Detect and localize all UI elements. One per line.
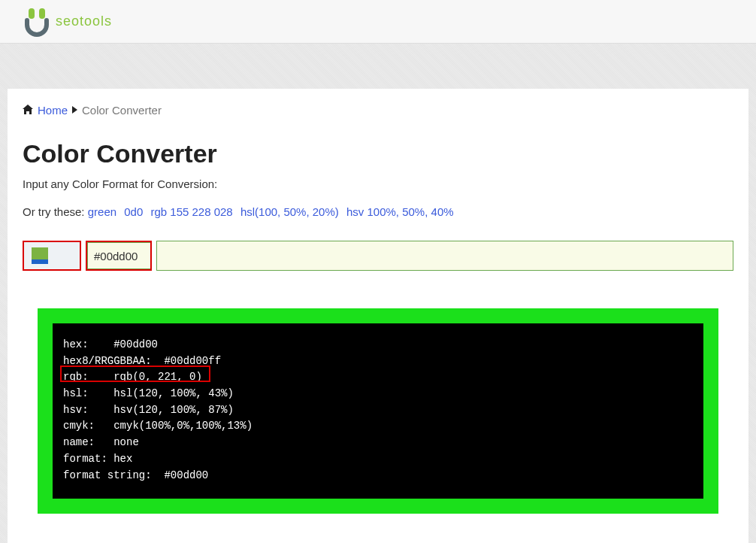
result-format: format: hex (63, 451, 693, 468)
try-example-hsl[interactable]: hsl(100, 50%, 20%) (240, 205, 339, 218)
page-title: Color Converter (23, 139, 733, 168)
color-swatch-preview (32, 247, 48, 264)
try-example-0d0[interactable]: 0d0 (124, 205, 143, 218)
result-rgb: rgb: rgb(0, 221, 0) (63, 369, 693, 386)
result-terminal: hex: #00dd00hex8/RRGGBBAA: #00dd00ffrgb:… (53, 323, 703, 499)
try-example-rgb[interactable]: rgb 155 228 028 (150, 205, 232, 218)
breadcrumb: Home Color Converter (23, 104, 733, 117)
top-bar: seotools (0, 0, 756, 44)
breadcrumb-current: Color Converter (82, 104, 162, 117)
result-hsl: hsl: hsl(120, 100%, 43%) (63, 386, 693, 402)
try-label: Or try these: (23, 205, 88, 218)
subheading: Input any Color Format for Conversion: (23, 177, 733, 190)
color-input-extension[interactable] (156, 241, 733, 271)
input-row (23, 241, 733, 271)
try-example-hsv[interactable]: hsv 100%, 50%, 40% (346, 205, 454, 218)
try-examples-line: Or try these: green 0d0 rgb 155 228 028 … (23, 205, 733, 218)
main-card: Home Color Converter Color Converter Inp… (8, 89, 748, 543)
svg-rect-0 (29, 8, 35, 19)
result-hex: hex: #00dd00 (63, 337, 693, 353)
try-example-green[interactable]: green (88, 205, 116, 218)
color-swatch[interactable] (23, 241, 81, 271)
result-panel: hex: #00dd00hex8/RRGGBBAA: #00dd00ffrgb:… (38, 308, 718, 514)
color-input[interactable] (87, 242, 150, 269)
result-name: name: none (63, 435, 693, 451)
breadcrumb-separator-icon (72, 106, 77, 115)
logo[interactable]: seotools (23, 7, 112, 37)
breadcrumb-home-link[interactable]: Home (38, 104, 68, 117)
home-icon (23, 105, 33, 117)
result-hex8: hex8/RRGGBBAA: #00dd00ff (63, 353, 693, 370)
logo-icon (23, 7, 53, 37)
result-format-string: format string: #00dd00 (63, 468, 693, 484)
color-input-highlight (86, 241, 152, 271)
logo-text: seotools (56, 14, 112, 29)
result-hsv: hsv: hsv(120, 100%, 87%) (63, 402, 693, 419)
svg-rect-1 (39, 8, 45, 19)
result-cmyk: cmyk: cmyk(100%,0%,100%,13%) (63, 418, 693, 435)
